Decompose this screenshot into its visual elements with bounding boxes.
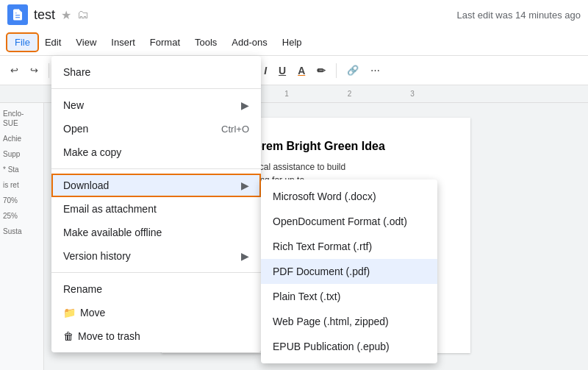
- copy-label: Make a copy: [63, 146, 121, 158]
- sidebar-item: Susta: [3, 227, 40, 236]
- ruler-mark: 1: [284, 90, 289, 98]
- file-menu-share[interactable]: Share: [51, 60, 261, 84]
- menu-file[interactable]: File: [7, 34, 37, 51]
- sidebar-item: 25%: [3, 211, 40, 221]
- underline-button[interactable]: U: [274, 63, 290, 78]
- download-docx[interactable]: Microsoft Word (.docx): [261, 184, 437, 209]
- email-label: Email as attachment: [63, 203, 157, 215]
- trash-label: Move to trash: [78, 330, 140, 342]
- new-label: New: [63, 99, 84, 111]
- ruler-mark: 3: [410, 90, 415, 98]
- file-menu-sep-2: [51, 168, 261, 169]
- sidebar-item: Achie: [3, 134, 40, 143]
- file-menu-download[interactable]: Download ▶: [51, 174, 261, 197]
- download-txt[interactable]: Plain Text (.txt): [261, 284, 437, 309]
- file-menu-offline[interactable]: Make available offline: [51, 221, 261, 244]
- document-title: test: [34, 7, 55, 23]
- open-shortcut: Ctrl+O: [221, 124, 249, 135]
- download-submenu: Microsoft Word (.docx) OpenDocument Form…: [261, 179, 437, 363]
- menu-edit[interactable]: Edit: [37, 34, 68, 51]
- file-menu-dropdown: Share New ▶ Open Ctrl+O Make a copy Down…: [51, 56, 261, 352]
- trash-with-icon: 🗑 Move to trash: [63, 330, 140, 342]
- more-button[interactable]: ⋯: [366, 62, 384, 79]
- file-menu-rename[interactable]: Rename: [51, 277, 261, 301]
- ruler-mark: 2: [348, 90, 352, 98]
- new-arrow: ▶: [241, 99, 249, 111]
- file-menu-move[interactable]: 📁 Move: [51, 301, 261, 324]
- rename-label: Rename: [63, 283, 102, 295]
- download-epub[interactable]: EPUB Publication (.epub): [261, 334, 437, 359]
- folder-icon[interactable]: 🗂: [77, 8, 89, 21]
- redo-button[interactable]: ↪: [26, 62, 43, 79]
- menu-view[interactable]: View: [68, 34, 104, 51]
- toolbar-separator-5: [336, 63, 337, 78]
- sidebar-item: Enclo-SUE: [3, 109, 40, 128]
- history-label: Version history: [63, 250, 131, 262]
- download-rtf[interactable]: Rich Text Format (.rtf): [261, 234, 437, 259]
- move-with-icon: 📁 Move: [63, 307, 105, 319]
- history-arrow: ▶: [241, 250, 249, 262]
- toolbar-separator-1: [49, 63, 49, 78]
- sidebar: Enclo-SUE Achie Supp * Sta is ret 70% 25…: [0, 103, 44, 370]
- sidebar-item: * Sta: [3, 165, 40, 174]
- open-label: Open: [63, 123, 88, 135]
- folder-move-icon: 📁: [63, 307, 76, 319]
- file-menu-history[interactable]: Version history ▶: [51, 244, 261, 268]
- file-menu-copy[interactable]: Make a copy: [51, 140, 261, 164]
- offline-label: Make available offline: [63, 227, 162, 238]
- file-menu-trash[interactable]: 🗑 Move to trash: [51, 324, 261, 348]
- text-color-button[interactable]: A: [293, 63, 309, 78]
- move-label: Move: [80, 307, 105, 319]
- menu-format[interactable]: Format: [143, 34, 187, 51]
- highlight-button[interactable]: ✏: [312, 63, 330, 78]
- trash-icon: 🗑: [63, 330, 74, 342]
- title-bar: test ★ 🗂 Last edit was 14 minutes ago: [0, 0, 588, 29]
- link-button[interactable]: 🔗: [343, 62, 363, 79]
- download-odt[interactable]: OpenDocument Format (.odt): [261, 209, 437, 234]
- download-arrow: ▶: [241, 179, 249, 191]
- menu-addons[interactable]: Add-ons: [224, 34, 274, 51]
- menu-tools[interactable]: Tools: [187, 34, 224, 51]
- menu-bar: File Edit View Insert Format Tools Add-o…: [0, 29, 588, 56]
- sidebar-item: 70%: [3, 196, 40, 205]
- download-label: Download: [63, 179, 109, 191]
- download-html[interactable]: Web Page (.html, zipped): [261, 309, 437, 334]
- sidebar-item: Supp: [3, 149, 40, 159]
- doc-icon: [7, 4, 28, 25]
- file-menu-sep-3: [51, 272, 261, 273]
- download-pdf[interactable]: PDF Document (.pdf): [261, 259, 437, 284]
- sidebar-item: is ret: [3, 180, 40, 190]
- share-label: Share: [63, 66, 90, 78]
- file-menu-email[interactable]: Email as attachment: [51, 197, 261, 221]
- file-menu-sep-1: [51, 88, 261, 89]
- menu-help[interactable]: Help: [275, 34, 309, 51]
- star-icon[interactable]: ★: [61, 8, 71, 22]
- undo-button[interactable]: ↩: [6, 62, 23, 79]
- menu-insert[interactable]: Insert: [104, 34, 143, 51]
- file-menu-new[interactable]: New ▶: [51, 93, 261, 117]
- file-menu-open[interactable]: Open Ctrl+O: [51, 117, 261, 140]
- last-edit-text: Last edit was 14 minutes ago: [457, 10, 581, 21]
- italic-button[interactable]: I: [259, 63, 271, 78]
